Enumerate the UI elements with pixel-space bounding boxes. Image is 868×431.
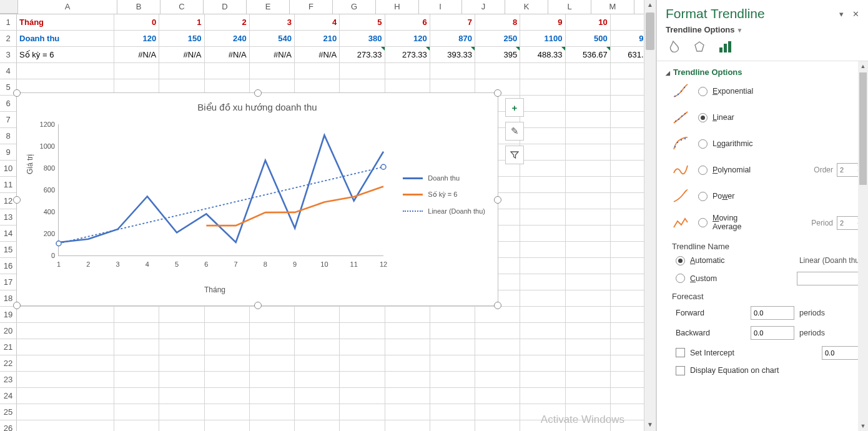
fill-line-tab-icon[interactable]	[666, 39, 681, 54]
scroll-up-button[interactable]: ▲	[858, 61, 868, 71]
cell[interactable]: 7	[430, 14, 475, 30]
cell[interactable]: #N/A	[114, 47, 159, 62]
cell[interactable]: 8	[475, 14, 520, 30]
cell[interactable]	[385, 420, 430, 431]
cell[interactable]	[520, 339, 565, 355]
chart-object[interactable]: Biểu đồ xu hướng doanh thu Giá trị Tháng…	[16, 92, 498, 306]
cell[interactable]	[205, 420, 250, 431]
cell[interactable]	[566, 242, 611, 257]
cell[interactable]: #N/A	[295, 47, 340, 62]
trendline-options-section[interactable]: Trendline Options	[666, 67, 866, 77]
cell[interactable]	[520, 258, 565, 274]
cell[interactable]	[295, 323, 340, 339]
cell[interactable]: 150	[159, 31, 204, 46]
cell[interactable]	[114, 372, 159, 387]
cell[interactable]: 240	[205, 31, 250, 46]
cell[interactable]	[114, 420, 159, 431]
cell[interactable]	[295, 420, 340, 431]
linear-option[interactable]: Linear	[666, 109, 866, 126]
cell[interactable]	[295, 339, 340, 355]
cell[interactable]: 540	[250, 31, 295, 46]
legend-item[interactable]: Doanh thu	[403, 174, 485, 182]
cell[interactable]: #N/A	[205, 47, 250, 62]
display-equation-option[interactable]: Display Equation on chart	[666, 366, 866, 375]
cell[interactable]	[520, 79, 565, 95]
polynomial-option[interactable]: Polynomial Order2	[666, 162, 866, 178]
row-header[interactable]: 4	[0, 63, 17, 79]
logarithmic-option[interactable]: Logarithmic	[666, 136, 866, 152]
cell[interactable]	[295, 372, 340, 387]
cell[interactable]	[114, 388, 159, 404]
cell[interactable]	[566, 290, 611, 306]
cell[interactable]	[205, 323, 250, 339]
cell[interactable]	[520, 193, 565, 209]
moving-average-option[interactable]: MovingAverage Period2	[666, 214, 866, 232]
select-all-corner[interactable]	[0, 0, 18, 14]
plot-area[interactable]: 020040060080010001200123456789101112	[58, 124, 383, 256]
cell[interactable]	[159, 63, 204, 79]
cell[interactable]	[566, 420, 611, 431]
cell[interactable]	[17, 420, 114, 431]
chart-elements-button[interactable]: +	[505, 98, 524, 117]
cell[interactable]	[566, 372, 611, 387]
row-header[interactable]: 3	[0, 47, 17, 62]
cell[interactable]	[385, 355, 430, 371]
row-header[interactable]: 22	[0, 355, 17, 371]
cell[interactable]	[114, 323, 159, 339]
cell[interactable]	[566, 388, 611, 404]
row-header[interactable]: 11	[0, 177, 17, 192]
cell[interactable]	[430, 355, 475, 371]
cell[interactable]	[159, 323, 204, 339]
cell[interactable]	[340, 307, 385, 322]
cell[interactable]: 210	[295, 31, 340, 46]
cell[interactable]	[520, 372, 565, 387]
cell[interactable]	[566, 177, 611, 192]
x-axis-title[interactable]: Tháng	[204, 285, 225, 294]
cell[interactable]	[475, 404, 520, 420]
row-header[interactable]: 19	[0, 307, 17, 322]
chart-styles-button[interactable]: ✎	[505, 122, 524, 141]
row-header[interactable]: 17	[0, 274, 17, 290]
cell[interactable]	[520, 404, 565, 420]
cell[interactable]	[250, 388, 295, 404]
cell[interactable]	[475, 339, 520, 355]
cell[interactable]: 9	[520, 14, 565, 30]
cell[interactable]	[159, 404, 204, 420]
row-header[interactable]: 25	[0, 404, 17, 420]
cell[interactable]	[475, 372, 520, 387]
cell[interactable]	[250, 355, 295, 371]
cell[interactable]: 2	[205, 14, 250, 30]
cell[interactable]: 380	[340, 31, 385, 46]
row-header[interactable]: 26	[0, 420, 17, 431]
cell[interactable]	[566, 209, 611, 225]
cell[interactable]	[385, 63, 430, 79]
vertical-scrollbar[interactable]: ▲ ▼	[644, 0, 656, 431]
col-header-L[interactable]: L	[548, 0, 591, 14]
exponential-option[interactable]: EExponentialxponential	[666, 83, 866, 99]
cell[interactable]	[520, 242, 565, 257]
cell[interactable]: 250	[475, 31, 520, 46]
cell[interactable]	[205, 372, 250, 387]
cell[interactable]	[295, 355, 340, 371]
cell[interactable]	[340, 420, 385, 431]
cell[interactable]	[520, 388, 565, 404]
cell[interactable]: Số kỳ = 6	[17, 47, 114, 62]
row-header[interactable]: 20	[0, 323, 17, 339]
cell[interactable]	[520, 112, 565, 127]
resize-handle[interactable]	[254, 89, 262, 97]
cell[interactable]: 536.67	[566, 47, 611, 62]
cell[interactable]	[17, 307, 114, 322]
cell[interactable]	[205, 307, 250, 322]
effects-tab-icon[interactable]	[692, 39, 707, 54]
cell[interactable]	[17, 372, 114, 387]
trendline-options-tab-icon[interactable]	[718, 39, 733, 54]
scrollbar-thumb[interactable]	[859, 72, 867, 185]
cell[interactable]	[566, 96, 611, 111]
row-header[interactable]: 10	[0, 161, 17, 176]
cell[interactable]: #N/A	[159, 47, 204, 62]
cell[interactable]	[159, 307, 204, 322]
resize-handle[interactable]	[494, 196, 501, 204]
cell[interactable]	[114, 404, 159, 420]
row-header[interactable]: 21	[0, 339, 17, 355]
resize-handle[interactable]	[13, 302, 21, 309]
